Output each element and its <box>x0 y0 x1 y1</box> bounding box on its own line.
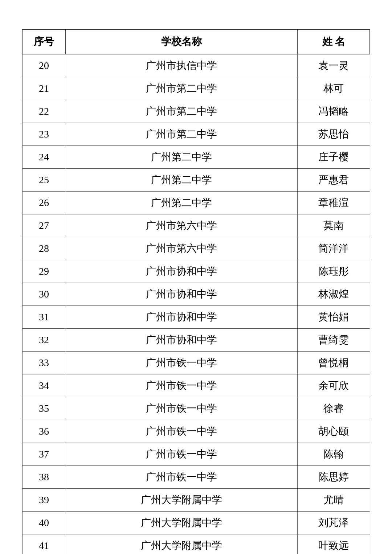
cell-num: 39 <box>22 489 66 512</box>
table-row: 33广州市铁一中学曾悦桐 <box>22 352 370 374</box>
cell-name: 苏思怡 <box>297 123 370 146</box>
table-row: 20广州市执信中学袁一灵 <box>22 54 370 77</box>
table-row: 32广州市协和中学曹绮雯 <box>22 329 370 352</box>
header-num: 序号 <box>22 29 66 54</box>
cell-school: 广州市第六中学 <box>66 237 297 260</box>
cell-num: 25 <box>22 169 66 192</box>
cell-school: 广州市铁一中学 <box>66 374 297 397</box>
cell-school: 广州市铁一中学 <box>66 420 297 443</box>
cell-num: 31 <box>22 306 66 329</box>
cell-name: 章稚渲 <box>297 192 370 214</box>
cell-name: 黄怡娟 <box>297 306 370 329</box>
cell-school: 广州市铁一中学 <box>66 352 297 374</box>
cell-name: 袁一灵 <box>297 54 370 77</box>
table-row: 24广州第二中学庄子樱 <box>22 146 370 169</box>
table-row: 36广州市铁一中学胡心颐 <box>22 420 370 443</box>
table-row: 21广州市第二中学林可 <box>22 77 370 100</box>
cell-school: 广州市铁一中学 <box>66 397 297 420</box>
table-row: 37广州市铁一中学陈翰 <box>22 443 370 466</box>
cell-school: 广州第二中学 <box>66 192 297 214</box>
cell-num: 41 <box>22 534 66 554</box>
table-row: 28广州市第六中学简洋洋 <box>22 237 370 260</box>
cell-num: 40 <box>22 512 66 534</box>
cell-num: 33 <box>22 352 66 374</box>
header-name: 姓 名 <box>297 29 370 54</box>
cell-school: 广州市第二中学 <box>66 100 297 123</box>
cell-school: 广州第二中学 <box>66 146 297 169</box>
cell-name: 莫南 <box>297 214 370 237</box>
cell-school: 广州市铁一中学 <box>66 443 297 466</box>
table-row: 25广州第二中学严惠君 <box>22 169 370 192</box>
header-school: 学校名称 <box>66 29 297 54</box>
cell-num: 35 <box>22 397 66 420</box>
cell-name: 陈翰 <box>297 443 370 466</box>
cell-name: 曾悦桐 <box>297 352 370 374</box>
table-row: 31广州市协和中学黄怡娟 <box>22 306 370 329</box>
table-row: 22广州市第二中学冯韬略 <box>22 100 370 123</box>
cell-school: 广州大学附属中学 <box>66 512 297 534</box>
cell-name: 林可 <box>297 77 370 100</box>
cell-name: 陈珏彤 <box>297 260 370 283</box>
cell-school: 广州市铁一中学 <box>66 466 297 489</box>
cell-num: 24 <box>22 146 66 169</box>
cell-school: 广州大学附属中学 <box>66 534 297 554</box>
cell-school: 广州市协和中学 <box>66 306 297 329</box>
table-row: 38广州市铁一中学陈思婷 <box>22 466 370 489</box>
cell-num: 37 <box>22 443 66 466</box>
table-row: 26广州第二中学章稚渲 <box>22 192 370 214</box>
table-row: 35广州市铁一中学徐睿 <box>22 397 370 420</box>
table-row: 30广州市协和中学林淑煌 <box>22 283 370 306</box>
table-row: 34广州市铁一中学余可欣 <box>22 374 370 397</box>
cell-num: 27 <box>22 214 66 237</box>
main-table-container: 序号 学校名称 姓 名 20广州市执信中学袁一灵21广州市第二中学林可22广州市… <box>22 29 370 554</box>
cell-num: 26 <box>22 192 66 214</box>
cell-name: 叶致远 <box>297 534 370 554</box>
cell-name: 余可欣 <box>297 374 370 397</box>
cell-school: 广州市执信中学 <box>66 54 297 77</box>
cell-num: 22 <box>22 100 66 123</box>
table-row: 40广州大学附属中学刘芃泽 <box>22 512 370 534</box>
cell-school: 广州市第二中学 <box>66 77 297 100</box>
cell-school: 广州大学附属中学 <box>66 489 297 512</box>
cell-name: 严惠君 <box>297 169 370 192</box>
table-header-row: 序号 学校名称 姓 名 <box>22 29 370 54</box>
cell-name: 曹绮雯 <box>297 329 370 352</box>
table-row: 23广州市第二中学苏思怡 <box>22 123 370 146</box>
cell-name: 刘芃泽 <box>297 512 370 534</box>
cell-num: 32 <box>22 329 66 352</box>
cell-num: 29 <box>22 260 66 283</box>
table-row: 29广州市协和中学陈珏彤 <box>22 260 370 283</box>
cell-num: 30 <box>22 283 66 306</box>
cell-school: 广州市协和中学 <box>66 260 297 283</box>
cell-num: 38 <box>22 466 66 489</box>
cell-name: 尤晴 <box>297 489 370 512</box>
data-table: 序号 学校名称 姓 名 20广州市执信中学袁一灵21广州市第二中学林可22广州市… <box>22 29 370 554</box>
cell-name: 冯韬略 <box>297 100 370 123</box>
cell-name: 徐睿 <box>297 397 370 420</box>
cell-num: 21 <box>22 77 66 100</box>
cell-num: 28 <box>22 237 66 260</box>
table-row: 27广州市第六中学莫南 <box>22 214 370 237</box>
cell-name: 简洋洋 <box>297 237 370 260</box>
cell-school: 广州市协和中学 <box>66 283 297 306</box>
cell-name: 陈思婷 <box>297 466 370 489</box>
cell-num: 20 <box>22 54 66 77</box>
cell-school: 广州市第六中学 <box>66 214 297 237</box>
cell-name: 林淑煌 <box>297 283 370 306</box>
cell-school: 广州市协和中学 <box>66 329 297 352</box>
cell-name: 庄子樱 <box>297 146 370 169</box>
cell-name: 胡心颐 <box>297 420 370 443</box>
table-row: 41广州大学附属中学叶致远 <box>22 534 370 554</box>
cell-num: 34 <box>22 374 66 397</box>
cell-num: 36 <box>22 420 66 443</box>
cell-school: 广州第二中学 <box>66 169 297 192</box>
cell-num: 23 <box>22 123 66 146</box>
cell-school: 广州市第二中学 <box>66 123 297 146</box>
table-row: 39广州大学附属中学尤晴 <box>22 489 370 512</box>
